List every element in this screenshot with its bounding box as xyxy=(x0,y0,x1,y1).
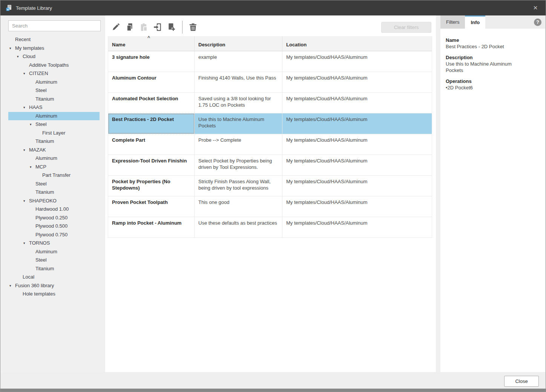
edit-icon[interactable] xyxy=(111,23,120,32)
tree-item-label: Plywood 0.750 xyxy=(35,232,67,237)
tree-item-titanium[interactable]: Titanium xyxy=(1,188,105,197)
cell-location[interactable]: My templates/Cloud/HAAS/Aluminum xyxy=(282,134,432,155)
export-icon[interactable] xyxy=(167,23,176,32)
table-row[interactable]: Best Practices - 2D PocketUse this to Ma… xyxy=(108,113,432,134)
tree-item-titanium[interactable]: Titanium xyxy=(1,265,105,273)
cell-name[interactable]: Pocket by Properties (No Stepdowns) xyxy=(108,176,195,196)
cell-name[interactable]: Complete Part xyxy=(108,134,195,155)
tree-item-mazak[interactable]: ▾MAZAK xyxy=(1,146,105,155)
help-icon[interactable]: ? xyxy=(534,18,541,26)
tree-item-steel[interactable]: Steel xyxy=(1,180,105,188)
tree-item-aluminum[interactable]: Aluminum xyxy=(1,248,105,256)
tree-item-aluminum[interactable]: Aluminum xyxy=(1,78,105,87)
tree-item-aluminum[interactable]: Aluminum xyxy=(8,112,100,121)
tree-item-mcp[interactable]: ▾MCP xyxy=(1,163,105,172)
tree-item-citizen[interactable]: ▾CITIZEN xyxy=(1,69,105,78)
table-row[interactable]: Complete PartProbe --> CompleteMy templa… xyxy=(108,134,432,155)
tree-item-hole-templates[interactable]: Hole templates xyxy=(1,290,105,299)
cell-location[interactable]: My templates/Cloud/HAAS/Aluminum xyxy=(282,51,432,72)
tree-expand-icon[interactable]: ▾ xyxy=(30,163,32,172)
column-header-name[interactable]: Name xyxy=(108,36,195,51)
tree-item-titanium[interactable]: Titanium xyxy=(1,95,105,104)
tree-expand-icon[interactable]: ▾ xyxy=(23,146,25,155)
tree-item-first-layer[interactable]: First Layer xyxy=(1,129,105,138)
cell-description[interactable]: This one good xyxy=(195,196,282,217)
table-row[interactable]: Proven Pocket ToolpathThis one goodMy te… xyxy=(108,196,432,217)
tree-item-steel[interactable]: Steel xyxy=(1,256,105,265)
cell-name[interactable]: 3 signature hole xyxy=(108,51,195,72)
tree-expand-icon[interactable]: ▾ xyxy=(30,120,32,129)
cell-description[interactable]: Use these defaults as best practices xyxy=(195,217,282,237)
table-row[interactable]: Ramp into Pocket - AluminumUse these def… xyxy=(108,217,432,238)
tree-item-part-transfer[interactable]: Part Transfer xyxy=(1,171,105,180)
cell-description[interactable]: example xyxy=(195,51,282,72)
table-row[interactable]: 3 signature holeexampleMy templates/Clou… xyxy=(108,51,432,72)
tab-filters[interactable]: Filters xyxy=(440,15,465,29)
cell-location[interactable]: My templates/Cloud/HAAS/Aluminum xyxy=(282,196,432,217)
tree-expand-icon[interactable]: ▾ xyxy=(23,197,25,205)
cell-description[interactable]: Finishing 4140 Walls, Use this Pass xyxy=(195,72,282,92)
cell-location[interactable]: My templates/Cloud/HAAS/Aluminum xyxy=(282,93,432,113)
tree-item-additive-toolpaths[interactable]: Additive Toolpaths xyxy=(1,61,105,70)
tree-expand-icon[interactable]: ▾ xyxy=(23,103,25,112)
import-icon[interactable] xyxy=(153,23,162,32)
tree-item-label: Steel xyxy=(35,257,47,263)
cell-name[interactable]: Expression-Tool Driven Finishin xyxy=(108,155,195,175)
info-content: Name Best Practices - 2D Pocket Descript… xyxy=(446,37,521,95)
tree-item-fusion-360-library[interactable]: ▾Fusion 360 library xyxy=(1,282,105,290)
tree-item-haas[interactable]: ▾HAAS xyxy=(1,103,105,112)
search-input[interactable] xyxy=(8,20,101,31)
tab-info[interactable]: Info xyxy=(465,15,485,29)
cell-location[interactable]: My templates/Cloud/HAAS/Aluminum xyxy=(282,72,432,92)
tree-item-hardwood-1-00[interactable]: Hardwood 1.00 xyxy=(1,205,105,214)
tree-expand-icon[interactable]: ▾ xyxy=(9,282,11,290)
cell-location[interactable]: My templates/Cloud/HAAS/Aluminum xyxy=(282,155,432,175)
tree-item-cloud[interactable]: ▾Cloud xyxy=(1,52,105,61)
tree-item-steel[interactable]: ▾Steel xyxy=(1,120,105,129)
table-row[interactable]: Pocket by Properties (No Stepdowns)Stric… xyxy=(108,176,432,196)
tree-item-label: Titanium xyxy=(35,138,54,144)
tree-expand-icon[interactable]: ▾ xyxy=(23,69,25,78)
tree-item-label: My templates xyxy=(15,45,44,51)
table-header: ^ Name Description Location xyxy=(108,36,432,51)
delete-icon[interactable] xyxy=(189,23,198,32)
tree-item-label: Additive Toolpaths xyxy=(29,62,69,68)
tree-item-shapeoko[interactable]: ▾SHAPEOKO xyxy=(1,197,105,205)
tree-item-local[interactable]: Local xyxy=(1,273,105,282)
column-header-location[interactable]: Location xyxy=(282,36,432,51)
cell-name[interactable]: Aluminum Contour xyxy=(108,72,195,92)
cell-description[interactable]: Probe --> Complete xyxy=(195,134,282,155)
cell-description[interactable]: Saved using a 3/8 tool looking for 1.75 … xyxy=(195,93,282,113)
cell-location[interactable]: My templates/Cloud/HAAS/Aluminum xyxy=(282,217,432,237)
copy-icon[interactable] xyxy=(125,23,134,32)
close-icon[interactable]: ✕ xyxy=(531,5,540,11)
tree-item-tornos[interactable]: ▾TORNOS xyxy=(1,239,105,248)
cell-name[interactable]: Best Practices - 2D Pocket xyxy=(108,113,195,134)
cell-name[interactable]: Proven Pocket Toolpath xyxy=(108,196,195,217)
tree-expand-icon[interactable]: ▾ xyxy=(9,44,11,53)
tree-item-titanium[interactable]: Titanium xyxy=(1,137,105,146)
tree-item-steel[interactable]: Steel xyxy=(1,86,105,95)
cell-location[interactable]: My templates/Cloud/HAAS/Aluminum xyxy=(282,113,432,134)
tree-item-my-templates[interactable]: ▾My templates xyxy=(1,44,105,53)
tree-item-aluminum[interactable]: Aluminum xyxy=(1,154,105,163)
info-panel: Filters Info ? Name Best Practices - 2D … xyxy=(440,15,545,372)
tree-item-plywood-0-500[interactable]: Plywood 0.500 xyxy=(1,222,105,231)
cell-description[interactable]: Select Pocket by Properties being driven… xyxy=(195,155,282,175)
cell-name[interactable]: Automated Pocket Selection xyxy=(108,93,195,113)
tree-item-label: Titanium xyxy=(35,266,54,271)
tree-item-recent[interactable]: Recent xyxy=(1,35,105,44)
cell-description[interactable]: Strictly Finish Passes Along Wall, being… xyxy=(195,176,282,196)
close-button[interactable]: Close xyxy=(504,376,539,387)
tree-expand-icon[interactable]: ▾ xyxy=(23,239,25,248)
table-row[interactable]: Aluminum ContourFinishing 4140 Walls, Us… xyxy=(108,72,432,93)
cell-name[interactable]: Ramp into Pocket - Aluminum xyxy=(108,217,195,237)
tree-item-plywood-0-250[interactable]: Plywood 0.250 xyxy=(1,214,105,222)
cell-location[interactable]: My templates/Cloud/HAAS/Aluminum xyxy=(282,176,432,196)
table-row[interactable]: Automated Pocket SelectionSaved using a … xyxy=(108,93,432,113)
tree-expand-icon[interactable]: ▾ xyxy=(17,52,19,61)
tree-item-plywood-0-750[interactable]: Plywood 0.750 xyxy=(1,231,105,239)
column-header-description[interactable]: Description xyxy=(195,36,282,51)
table-row[interactable]: Expression-Tool Driven FinishinSelect Po… xyxy=(108,155,432,176)
cell-description[interactable]: Use this to Machine Aluminum Pockets xyxy=(195,113,282,134)
